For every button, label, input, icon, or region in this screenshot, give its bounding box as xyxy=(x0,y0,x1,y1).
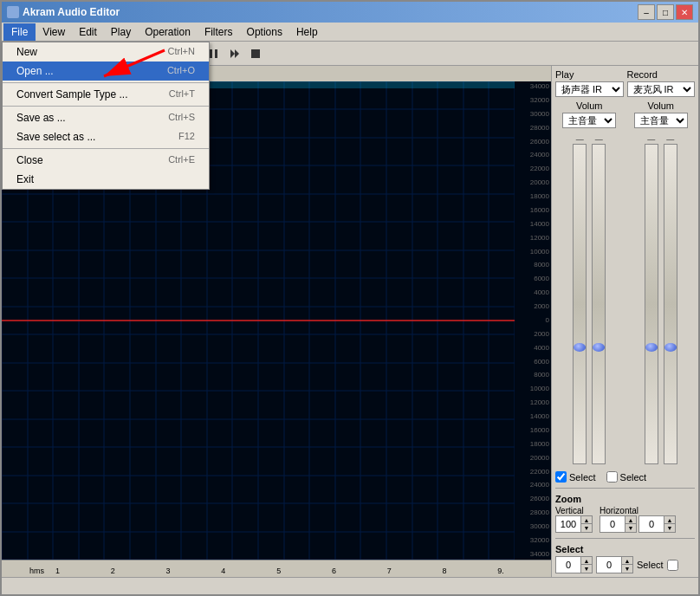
menu-help[interactable]: Help xyxy=(289,23,325,41)
svg-marker-17 xyxy=(235,49,239,58)
zoom-h2-spin: ▲ ▼ xyxy=(638,515,676,533)
select-spin2: ▲ ▼ xyxy=(596,556,633,573)
y-axis-label: 2000 xyxy=(516,331,549,338)
play-volume-label: Volum xyxy=(576,100,603,111)
timeline-5: 5 xyxy=(275,567,330,575)
y-axis-label: 22000 xyxy=(516,469,549,476)
rec-L-thumb xyxy=(645,343,658,352)
y-axis-label: 20000 xyxy=(516,179,549,186)
stop-icon xyxy=(250,48,262,60)
select-checkbox[interactable] xyxy=(667,560,678,571)
title-controls: – □ ✕ xyxy=(638,4,693,20)
zoom-horizontal-label: Horizontal xyxy=(600,506,676,515)
menubar: File View Edit Play Operation Filters Op… xyxy=(2,23,698,42)
menu-file[interactable]: File xyxy=(3,23,36,41)
zoom-vertical-label: Vertical xyxy=(555,506,593,515)
timeline-3: 3 xyxy=(165,567,220,575)
zoom-h1-down[interactable]: ▼ xyxy=(625,524,636,532)
select-spin2-up[interactable]: ▲ xyxy=(622,557,632,565)
y-axis-label: 8000 xyxy=(516,262,549,269)
menu-separator-2 xyxy=(3,106,209,107)
record-label: Record xyxy=(627,69,696,80)
y-axis-label: 14000 xyxy=(516,221,549,228)
toolbar-ff[interactable] xyxy=(225,44,244,63)
play-mix-select[interactable]: 主音量 xyxy=(562,113,616,128)
status-bar xyxy=(2,577,698,594)
toolbar-stop[interactable] xyxy=(246,44,265,63)
select-spin1-down[interactable]: ▼ xyxy=(581,565,592,573)
menu-file-saveselect[interactable]: Save select as ... F12 xyxy=(3,127,209,146)
rec-R-label: — xyxy=(666,135,674,144)
play-R-slider[interactable] xyxy=(592,144,606,464)
menu-file-open[interactable]: Open ... Ctrl+O xyxy=(3,62,209,81)
zoom-h1-spin-buttons: ▲ ▼ xyxy=(625,516,636,532)
play-device-select[interactable]: 扬声器 IR xyxy=(555,81,624,97)
divider-2 xyxy=(555,538,695,539)
menu-file-new[interactable]: New Ctrl+N xyxy=(3,42,209,62)
menu-file-exit[interactable]: Exit xyxy=(3,170,209,189)
maximize-button[interactable]: □ xyxy=(657,4,674,20)
y-axis-label: 26000 xyxy=(516,496,549,502)
record-device-select[interactable]: 麦克风 IR xyxy=(627,81,696,97)
zoom-h2-input[interactable] xyxy=(639,518,664,530)
record-slider-section: — — xyxy=(627,132,696,468)
menu-options[interactable]: Options xyxy=(240,23,289,41)
select-row: ▲ ▼ ▲ ▼ Select xyxy=(555,556,695,573)
menu-view[interactable]: View xyxy=(36,23,72,41)
select-section: Select ▲ ▼ ▲ ▼ xyxy=(555,544,695,573)
sliders-row: — — xyxy=(555,132,695,468)
menu-play[interactable]: Play xyxy=(104,23,138,41)
timeline-6: 6 xyxy=(330,567,386,575)
play-R-thumb xyxy=(593,343,605,352)
select-spin1: ▲ ▼ xyxy=(555,556,593,573)
zoom-h2-up[interactable]: ▲ xyxy=(664,516,675,524)
svg-rect-14 xyxy=(210,49,212,58)
play-label: Play xyxy=(555,69,624,80)
select-spin2-down[interactable]: ▼ xyxy=(622,565,632,573)
zoom-vertical-up[interactable]: ▲ xyxy=(581,516,592,524)
close-button[interactable]: ✕ xyxy=(676,4,693,20)
play-R-label: — xyxy=(595,135,603,144)
record-select-checkbox[interactable] xyxy=(606,471,618,483)
main-window: Akram Audio Editor – □ ✕ File View Edit … xyxy=(0,0,700,596)
timeline-7: 7 xyxy=(386,567,441,575)
select-spin1-up[interactable]: ▲ xyxy=(581,557,592,565)
menu-file-convert[interactable]: Convert Sample Type ... Ctrl+T xyxy=(3,85,209,104)
record-volume-label: Volum xyxy=(647,100,674,111)
record-select-row: Select xyxy=(606,471,647,483)
timeline-labels: hms 1 2 3 4 5 6 7 8 9. xyxy=(2,560,551,577)
y-axis-label: 28000 xyxy=(516,509,549,516)
menu-file-saveas[interactable]: Save as ... Ctrl+S xyxy=(3,108,209,127)
menu-filters[interactable]: Filters xyxy=(198,23,240,41)
play-select-row: Select xyxy=(555,471,596,483)
menu-separator-3 xyxy=(3,148,209,149)
record-mix-select[interactable]: 主音量 xyxy=(634,113,688,128)
svg-marker-16 xyxy=(230,49,235,58)
timeline-2: 2 xyxy=(109,567,165,575)
menu-file-close[interactable]: Close Ctrl+E xyxy=(3,151,209,170)
select-input2[interactable] xyxy=(597,559,621,571)
play-slider-section: — — xyxy=(555,132,624,468)
y-axis-label: 34000 xyxy=(516,83,549,90)
waveform-timeline: hms 1 2 3 4 5 6 7 8 9. xyxy=(2,560,551,577)
pause-icon xyxy=(208,48,220,60)
volume-header-row: Volum 主音量 Volum 主音量 xyxy=(555,100,695,128)
menu-operation[interactable]: Operation xyxy=(138,23,198,41)
minimize-button[interactable]: – xyxy=(638,4,655,20)
zoom-h2-down[interactable]: ▼ xyxy=(664,524,675,532)
y-axis-label: 18000 xyxy=(516,441,549,448)
zoom-vertical-down[interactable]: ▼ xyxy=(581,524,592,532)
select-input1[interactable] xyxy=(556,559,580,571)
play-select-checkbox[interactable] xyxy=(555,471,567,483)
zoom-h1-input[interactable] xyxy=(600,518,625,530)
rec-R-slider[interactable] xyxy=(664,144,677,464)
menu-edit[interactable]: Edit xyxy=(72,23,104,41)
record-volume-section: Volum 主音量 xyxy=(627,100,696,128)
zoom-vertical-col: Vertical ▲ ▼ xyxy=(555,506,593,533)
rec-L-slider[interactable] xyxy=(645,144,658,464)
play-L-slider[interactable] xyxy=(573,144,587,464)
zoom-vertical-input[interactable] xyxy=(556,518,580,530)
select-text: Select xyxy=(637,560,664,570)
rec-L-label: — xyxy=(647,135,655,144)
zoom-h1-up[interactable]: ▲ xyxy=(625,516,636,524)
